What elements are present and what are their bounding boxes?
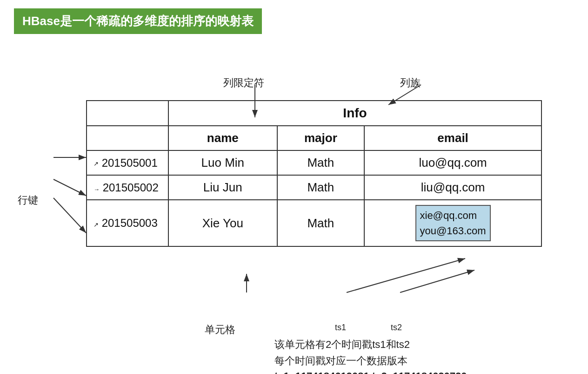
row-name-2: Liu Jun [168, 175, 277, 200]
row-major-3: Math [277, 200, 365, 246]
row-major-1: Math [277, 150, 365, 175]
email-version-1: xie@qq.com [420, 208, 486, 223]
hbase-table: Info name major email ↗ 201505001 Luo Mi… [86, 100, 542, 247]
row-key-3: ↗ 201505003 [87, 200, 168, 246]
label-liezu: 列族 [400, 76, 421, 90]
label-bottom1: 该单元格有2个时间戳ts1和ts2 [274, 338, 410, 352]
col-name-header: name [168, 126, 277, 150]
label-ts2: ts2 [391, 323, 402, 333]
email-version-2: you@163.com [420, 223, 486, 238]
label-ts1: ts1 [335, 323, 346, 333]
info-header: Info [168, 101, 541, 126]
empty-header [87, 101, 168, 126]
label-danyuange: 单元格 [205, 323, 235, 337]
table-row: → 201505002 Liu Jun Math liu@qq.com [87, 175, 541, 200]
row-email-3-multi: xie@qq.com you@163.com [364, 200, 541, 246]
table-row: ↗ 201505001 Luo Min Math luo@qq.com [87, 150, 541, 175]
row-major-2: Math [277, 175, 365, 200]
label-liejian: 列限定符 [223, 76, 264, 90]
table-row: ↗ 201505003 Xie You Math xie@qq.com you@… [87, 200, 541, 246]
row-name-1: Luo Min [168, 150, 277, 175]
row-key-1: ↗ 201505001 [87, 150, 168, 175]
row-key-2: → 201505002 [87, 175, 168, 200]
row-email-2: liu@qq.com [364, 175, 541, 200]
col-email-header: email [364, 126, 541, 150]
label-bottom2: 每个时间戳对应一个数据版本 [274, 354, 408, 368]
row-name-3: Xie You [168, 200, 277, 246]
title-bar: HBase是一个稀疏的多维度的排序的映射表 [14, 8, 262, 34]
page-title: HBase是一个稀疏的多维度的排序的映射表 [22, 14, 254, 28]
col-major-header: major [277, 126, 365, 150]
empty-subheader [87, 126, 168, 150]
label-hangjian: 行键 [18, 193, 38, 207]
row-email-1: luo@qq.com [364, 150, 541, 175]
label-bottom3: ts1=1174184619081 ts2=1174184620720 [274, 370, 467, 374]
